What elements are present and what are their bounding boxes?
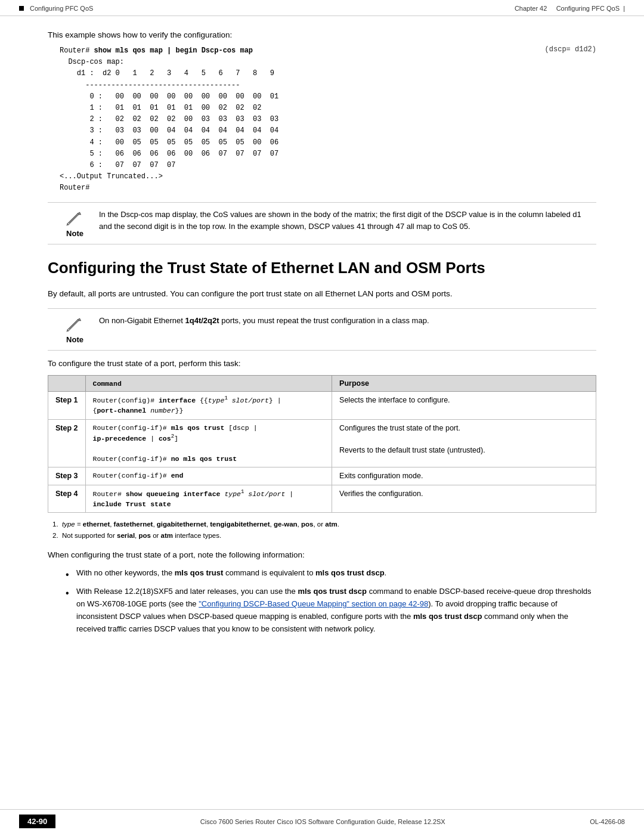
note2-bold: 1q4t/2q2t bbox=[185, 316, 219, 325]
step2-cmd: Router(config-if)# mls qos trust [dscp |… bbox=[85, 419, 332, 467]
header-left: Configuring PFC QoS bbox=[19, 5, 93, 12]
step1-label: Step 1 bbox=[55, 396, 78, 404]
step3-purpose: Exits configuration mode. bbox=[332, 467, 596, 485]
fn1-type: type bbox=[62, 521, 75, 528]
code-row-2: 2 : 02 02 02 02 00 03 03 03 03 03 bbox=[60, 114, 521, 125]
fn1-vals: ethernet bbox=[83, 521, 110, 528]
list-item: With Release 12.2(18)SXF5 and later rele… bbox=[66, 586, 596, 635]
fn2-atm: atm bbox=[161, 532, 173, 539]
pencil-icon-1 bbox=[64, 209, 83, 228]
fn1-fe: fastethernet bbox=[114, 521, 153, 528]
step2-purpose: Configures the trust state of the port. … bbox=[332, 419, 596, 467]
code-row-6: 6 : 07 07 07 07 bbox=[60, 160, 521, 171]
code-row-0: 0 : 00 00 00 00 00 00 00 00 00 01 bbox=[60, 91, 521, 103]
note-icon-wrap-2: Note bbox=[48, 315, 89, 344]
code-row-1: 1 : 01 01 01 01 01 00 02 02 02 bbox=[60, 103, 521, 114]
note-label-1: Note bbox=[66, 229, 83, 238]
fn2-serial: serial bbox=[117, 532, 135, 539]
footer-page-num: 42-90 bbox=[19, 815, 55, 828]
header-bullet bbox=[19, 6, 24, 11]
step2-ip-prec: ip-precedence bbox=[93, 435, 147, 442]
fn1-tge: tengigabitethernet bbox=[210, 521, 270, 528]
header-right: Chapter 42 Configuring PFC QoS | bbox=[515, 5, 625, 12]
step3-cmd: Router(config-if)# end bbox=[85, 467, 332, 485]
code-command: Router# show mls qos map | begin Dscp-co… bbox=[60, 45, 521, 57]
footnote-2: 2. Not supported for serial, pos or atm … bbox=[52, 530, 596, 541]
code-block-outer: Router# show mls qos map | begin Dscp-co… bbox=[60, 45, 596, 194]
pencil-icon-2 bbox=[64, 315, 83, 334]
code-command-bold: show mls qos map | begin Dscp-cos map bbox=[94, 47, 253, 55]
table-row: Step 1 Router(config)# interface {{type1… bbox=[48, 392, 596, 419]
step4-num: Step 4 bbox=[48, 485, 86, 513]
step4-cmd: Router# show queueing interface type1 sl… bbox=[85, 485, 332, 513]
code-aside: (dscp= d1d2) bbox=[545, 45, 596, 54]
code-prompt: Router# bbox=[60, 182, 521, 194]
page-footer: 42-90 Cisco 7600 Series Router Cisco IOS… bbox=[0, 809, 644, 833]
col-purpose: Purpose bbox=[332, 376, 596, 392]
note-text-1: In the Dscp-cos map display, the CoS val… bbox=[99, 209, 596, 232]
step3-cmd-bold: end bbox=[171, 472, 184, 479]
fn1-pos: pos bbox=[301, 521, 313, 528]
header-left-label: Configuring PFC QoS bbox=[30, 5, 93, 12]
code-row-3: 3 : 03 03 00 04 04 04 04 04 04 04 bbox=[60, 125, 521, 137]
table-row: Step 4 Router# show queueing interface t… bbox=[48, 485, 596, 513]
step2-cmd-bold: mls qos trust bbox=[171, 424, 225, 432]
bullet-list: With no other keywords, the mls qos trus… bbox=[66, 567, 596, 635]
fn2-pos: pos bbox=[139, 532, 151, 539]
step4-include: include Trust state bbox=[93, 500, 171, 508]
trust-section-heading: Configuring the Trust State of Ethernet … bbox=[48, 259, 596, 277]
step1-purpose: Selects the interface to configure. bbox=[332, 392, 596, 419]
bullets-intro: When configuring the trust state of a po… bbox=[48, 549, 596, 561]
fn1-atm: atm bbox=[325, 521, 337, 528]
footnote-1: 1. type = ethernet, fastethernet, gigabi… bbox=[52, 519, 596, 529]
steps-table: Command Purpose Step 1 Router(config)# i… bbox=[48, 375, 596, 513]
footer-right: OL-4266-08 bbox=[590, 818, 625, 825]
step1-cmd: Router(config)# interface {{type1 slot/p… bbox=[85, 392, 332, 419]
col-command: Command bbox=[85, 376, 332, 392]
code-main: Router# show mls qos map | begin Dscp-co… bbox=[60, 45, 521, 194]
footer-center: Cisco 7600 Series Router Cisco IOS Softw… bbox=[67, 818, 578, 825]
step1-slot: slot/port bbox=[232, 397, 269, 404]
code-truncated: <...Output Truncated...> bbox=[60, 171, 521, 182]
note-text-2: On non-Gigabit Ethernet 1q4t/2q2t ports,… bbox=[99, 315, 429, 327]
table-row: Step 3 Router(config-if)# end Exits conf… bbox=[48, 467, 596, 485]
step4-purpose: Verifies the configuration. bbox=[332, 485, 596, 513]
note-box-1: Note In the Dscp-cos map display, the Co… bbox=[48, 202, 596, 244]
trust-section-intro: By default, all ports are untrusted. You… bbox=[48, 287, 596, 301]
step1-cmd-italic: type bbox=[208, 397, 225, 404]
code-row-5: 5 : 06 06 06 06 00 06 07 07 07 07 bbox=[60, 148, 521, 160]
code-header-row: d1 : d2 0 1 2 3 4 5 6 7 8 9 bbox=[60, 68, 521, 79]
bullet2-link[interactable]: "Configuring DSCP-Based Queue Mapping" s… bbox=[199, 599, 428, 608]
bullet1-bold2: mls qos trust dscp bbox=[315, 568, 385, 577]
task-intro: To configure the trust state of a port, … bbox=[48, 359, 596, 368]
bullet2-bold1: mls qos trust dscp bbox=[298, 587, 367, 596]
bullets-section: When configuring the trust state of a po… bbox=[48, 549, 596, 635]
footnotes: 1. type = ethernet, fastethernet, gigabi… bbox=[48, 519, 596, 541]
col-blank bbox=[48, 376, 86, 392]
step1-number: number bbox=[150, 407, 175, 414]
note-icon-wrap-1: Note bbox=[48, 209, 89, 238]
step3-num: Step 3 bbox=[48, 467, 86, 485]
step2-cos: cos bbox=[159, 435, 171, 442]
note-label-2: Note bbox=[66, 335, 83, 344]
step4-cmd-bold: show queueing interface bbox=[126, 490, 221, 498]
note-box-2: Note On non-Gigabit Ethernet 1q4t/2q2t p… bbox=[48, 308, 596, 351]
verify-intro: This example shows how to verify the con… bbox=[48, 30, 596, 39]
header-section: Configuring PFC QoS bbox=[556, 5, 620, 12]
step2-num: Step 2 bbox=[48, 419, 86, 467]
step4-type: type bbox=[224, 490, 241, 498]
bullet1-bold1: mls qos trust bbox=[175, 568, 224, 577]
table-row: Step 2 Router(config-if)# mls qos trust … bbox=[48, 419, 596, 467]
step4-slot: slot/port bbox=[248, 490, 285, 498]
step1-port-channel: port-channel bbox=[97, 407, 146, 414]
step1-cmd-bold: interface bbox=[159, 397, 196, 404]
header-chapter: Chapter 42 bbox=[515, 5, 547, 12]
list-item: With no other keywords, the mls qos trus… bbox=[66, 567, 596, 580]
code-divider: ------------------------------------ bbox=[60, 80, 521, 91]
bullet2-bold2: mls qos trust dscp bbox=[413, 612, 482, 621]
step3-label: Step 3 bbox=[55, 472, 78, 480]
table-header-row: Command Purpose bbox=[48, 376, 596, 392]
fn1-ge: gigabitethernet bbox=[157, 521, 206, 528]
code-row-4: 4 : 00 05 05 05 05 05 05 05 00 06 bbox=[60, 137, 521, 148]
step2-label: Step 2 bbox=[55, 424, 78, 432]
